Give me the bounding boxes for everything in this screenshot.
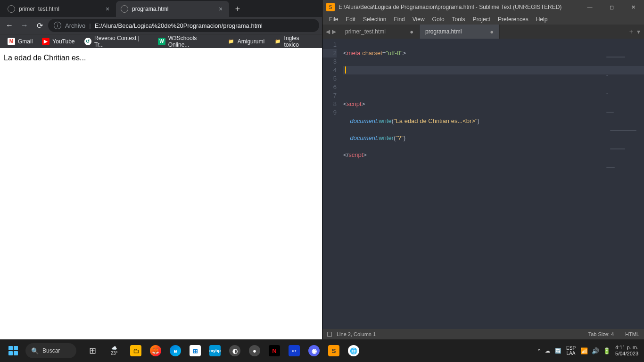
url-path: E:/Alura/Beca/Logica%20de%20Programacion… [95,22,263,29]
status-panel-icon[interactable] [327,332,332,337]
menu-file[interactable]: File [325,14,342,25]
new-tab-icon[interactable]: + [629,28,633,35]
bookmark-w3schools[interactable]: WW3Schools Online... [154,36,222,47]
page-content: La edad de Chritian es... [0,48,322,339]
tray-chevron-icon[interactable]: ^ [538,348,540,354]
bookmark-label: YouTube [52,38,74,45]
task-view-button[interactable]: ⊞ [83,341,102,360]
edge-button[interactable]: e [166,341,185,360]
minimize-button[interactable]: — [579,0,601,14]
tab-next-icon[interactable]: ▶ [332,28,336,35]
gmail-icon: M [8,38,15,45]
syntax-indicator[interactable]: HTML [625,331,639,337]
maximize-button[interactable]: ◻ [601,0,622,14]
menu-view[interactable]: View [409,14,429,25]
line-number: 9 [322,108,337,117]
edge-icon: e [170,345,181,356]
sync-icon[interactable]: 🔄 [555,348,561,354]
chrome-tab-primer[interactable]: primer_test.html × [3,1,116,17]
tab-menu-icon[interactable]: ▾ [637,28,640,35]
discord-button[interactable]: ◉ [305,341,323,360]
bookmark-youtube[interactable]: ▶YouTube [38,36,78,47]
folder-icon: 📁 [274,38,281,45]
menu-goto[interactable]: Goto [429,14,448,25]
code-line [343,83,644,91]
code-line: document.writer("?") [343,134,644,142]
code-line: document.write("La edad de Chritian es..… [343,117,644,125]
menu-help[interactable]: Help [532,14,552,25]
sublime-window: S E:\Alura\Beca\Logica de Programacion\p… [322,0,644,339]
menu-find[interactable]: Find [390,14,408,25]
app-button-2[interactable]: ● [245,341,264,360]
close-icon[interactable]: × [217,5,224,13]
back-button[interactable]: ← [3,19,16,32]
code-line: </script> [343,151,644,159]
tab-prev-icon[interactable]: ◀ [326,28,330,35]
tab-size-indicator[interactable]: Tab Size: 4 [588,331,614,337]
language-indicator[interactable]: ESP LAA [566,346,576,356]
editor-tab-programa[interactable]: programa.html ● [420,25,500,39]
menu-selection[interactable]: Selection [359,14,390,25]
code-line [343,66,644,74]
battery-icon[interactable]: 🔋 [603,347,611,354]
clock[interactable]: 4:11 p. m. 5/04/2023 [615,345,640,357]
file-favicon-icon [8,5,15,13]
chrome-tab-programa[interactable]: programa.html × [116,1,229,17]
bookmark-amigurumi[interactable]: 📁Amigurumi [223,36,268,47]
menu-edit[interactable]: Edit [342,14,359,25]
minimap[interactable] [606,40,644,58]
code-editor[interactable]: <meta charset="utf-8"> <script> document… [341,39,644,329]
disney-button[interactable]: D+ [285,341,304,360]
sublime-titlebar[interactable]: S E:\Alura\Beca\Logica de Programacion\p… [322,0,644,14]
app-button-1[interactable]: ◐ [225,341,244,360]
hp-button[interactable]: myhp [206,341,224,360]
line-gutter[interactable]: 1 2 3 4 5 6 7 8 9 [322,39,341,329]
bookmark-ingles[interactable]: 📁Ingles toxico [270,36,318,47]
sublime-taskbar-button[interactable]: S [324,341,343,360]
bookmark-gmail[interactable]: MGmail [4,36,36,47]
menu-project[interactable]: Project [469,14,494,25]
date-text: 5/04/2023 [615,351,638,357]
forward-button[interactable]: → [18,19,31,32]
folder-icon: 🗀 [130,345,141,356]
bookmark-label: Ingles toxico [284,35,314,48]
file-favicon-icon [121,5,128,13]
site-info-icon[interactable]: i [54,22,61,29]
bookmark-reverso[interactable]: ↺Reverso Context | Tr... [81,36,153,47]
chrome-window: primer_test.html × programa.html × + ← →… [0,0,322,339]
taskbar-search[interactable]: 🔍 Buscar [25,343,76,358]
text-cursor [345,66,346,74]
line-number: 7 [322,91,337,100]
tab-actions: +▾ [629,25,640,39]
close-button[interactable]: ✕ [622,0,644,14]
bookmark-label: Amigurumi [238,38,264,45]
dirty-indicator-icon[interactable]: ● [410,28,413,35]
sublime-logo-icon: S [326,3,335,11]
wifi-icon[interactable]: 📶 [580,347,588,354]
netflix-button[interactable]: N [265,341,284,360]
weather-widget[interactable]: ☁️23° [103,341,125,360]
menu-preferences[interactable]: Preferences [494,14,532,25]
address-bar[interactable]: i Archivo | E:/Alura/Beca/Logica%20de%20… [48,19,319,32]
bookmark-label: Gmail [18,38,33,45]
volume-icon[interactable]: 🔊 [592,347,599,354]
line-number: 1 [322,41,337,49]
editor-tab-primer[interactable]: primer_test.html ● [339,25,420,39]
system-tray[interactable]: 📶 🔊 🔋 [580,347,611,354]
hp-icon: myhp [209,345,221,356]
store-button[interactable]: ⊞ [186,341,205,360]
line-number: 2 [322,49,337,58]
editor-tab-name: programa.html [425,28,490,35]
menu-tools[interactable]: Tools [448,14,469,25]
reload-button[interactable]: ⟳ [33,19,46,32]
editor-area[interactable]: 1 2 3 4 5 6 7 8 9 <meta charset="utf-8">… [322,39,644,329]
chrome-taskbar-button[interactable]: 🌐 [344,341,363,360]
file-explorer-button[interactable]: 🗀 [126,341,145,360]
firefox-button[interactable]: 🦊 [146,341,165,360]
sublime-icon: S [328,345,339,356]
new-tab-button[interactable]: + [231,2,244,16]
onedrive-icon[interactable]: ☁ [545,348,550,354]
start-button[interactable] [4,341,23,360]
dirty-indicator-icon[interactable]: ● [490,28,494,35]
close-icon[interactable]: × [104,5,111,13]
